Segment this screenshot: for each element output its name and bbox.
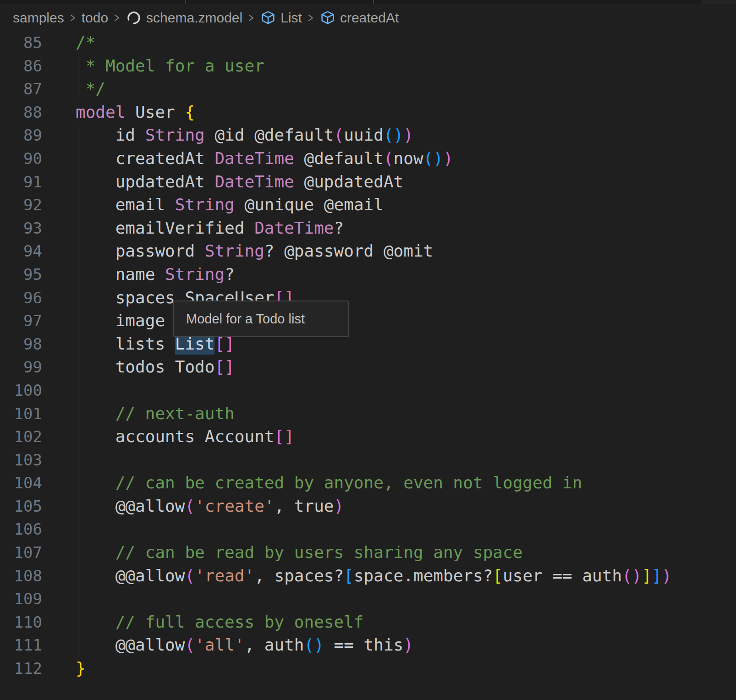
code-line[interactable]: 99 todos Todo[] — [0, 355, 736, 379]
line-number[interactable]: 89 — [0, 124, 42, 147]
tab-bar-strip — [0, 0, 736, 4]
breadcrumb-label: createdAt — [340, 10, 399, 26]
code-text: name String? — [42, 263, 235, 286]
breadcrumb-label: todo — [82, 10, 108, 26]
chevron-right-icon — [113, 11, 121, 25]
line-number[interactable]: 87 — [0, 77, 42, 101]
line-number[interactable]: 91 — [0, 170, 42, 194]
line-number[interactable]: 90 — [0, 147, 42, 170]
code-line[interactable]: 101 // next-auth — [0, 402, 736, 426]
hover-tooltip: Model for a Todo list — [173, 301, 349, 337]
line-number[interactable]: 96 — [0, 286, 42, 310]
breadcrumb-label: schema.zmodel — [146, 10, 242, 26]
code-line[interactable]: 92 email String @unique @email — [0, 193, 736, 217]
code-text: // full access by oneself — [42, 611, 364, 634]
code-line[interactable]: 103 — [0, 448, 736, 472]
symbol-cube-icon — [260, 10, 276, 26]
code-line[interactable]: 95 name String? — [0, 263, 736, 286]
line-number[interactable]: 107 — [0, 541, 42, 564]
line-number[interactable]: 105 — [0, 495, 42, 518]
code-text — [42, 518, 76, 541]
code-text: id String @id @default(uuid()) — [42, 124, 413, 147]
line-number[interactable]: 88 — [0, 101, 42, 124]
breadcrumb-label: samples — [13, 10, 64, 26]
code-line[interactable]: 112} — [0, 657, 736, 680]
breadcrumb-item-todo[interactable]: todo — [82, 10, 108, 26]
line-number[interactable]: 98 — [0, 333, 42, 356]
hover-tooltip-text: Model for a Todo list — [186, 312, 305, 327]
code-text — [42, 448, 76, 472]
tab-separator — [702, 0, 736, 4]
line-number[interactable]: 94 — [0, 240, 42, 263]
code-line[interactable]: 86 * Model for a user — [0, 55, 736, 78]
code-line[interactable]: 94 password String? @password @omit — [0, 240, 736, 263]
code-text: */ — [42, 77, 105, 101]
code-line[interactable]: 87 */ — [0, 77, 736, 101]
code-text — [42, 587, 76, 611]
code-text: updatedAt DateTime @updatedAt — [42, 170, 403, 194]
breadcrumb-item-symbol-createdat[interactable]: createdAt — [319, 10, 399, 26]
code-text: @@allow('read', spaces?[space.members?[u… — [42, 564, 672, 588]
line-number[interactable]: 99 — [0, 355, 42, 379]
code-text: // can be created by anyone, even not lo… — [42, 471, 582, 495]
line-number[interactable]: 104 — [0, 471, 42, 495]
breadcrumb: samples todo schema.zmodel List — [0, 4, 736, 31]
line-number[interactable]: 86 — [0, 55, 42, 78]
line-number[interactable]: 93 — [0, 217, 42, 240]
code-line[interactable]: 106 — [0, 518, 736, 541]
code-line[interactable]: 96 spaces SpaceUser[] — [0, 286, 736, 310]
code-line[interactable]: 108 @@allow('read', spaces?[space.member… — [0, 564, 736, 588]
code-text: // next-auth — [42, 402, 235, 426]
code-line[interactable]: 88model User { — [0, 101, 736, 124]
line-number[interactable]: 111 — [0, 634, 42, 657]
symbol-cube-icon — [319, 10, 336, 26]
code-text: todos Todo[] — [42, 355, 235, 379]
line-number[interactable]: 112 — [0, 657, 42, 680]
line-number[interactable]: 103 — [0, 448, 42, 472]
code-text: // can be read by users sharing any spac… — [42, 541, 522, 564]
line-number[interactable]: 110 — [0, 611, 42, 634]
line-number[interactable]: 101 — [0, 402, 42, 426]
line-number[interactable]: 92 — [0, 193, 42, 217]
code-line[interactable]: 100 — [0, 379, 736, 402]
line-number[interactable]: 108 — [0, 564, 42, 588]
line-number[interactable]: 95 — [0, 263, 42, 286]
tab-separator — [373, 0, 374, 4]
code-line[interactable]: 107 // can be read by users sharing any … — [0, 541, 736, 564]
chevron-right-icon — [247, 11, 255, 25]
line-number[interactable]: 97 — [0, 309, 42, 333]
code-text: emailVerified DateTime? — [42, 217, 344, 240]
code-text: image — [42, 309, 165, 333]
code-line[interactable]: 104 // can be created by anyone, even no… — [0, 471, 736, 495]
line-number[interactable]: 100 — [0, 379, 42, 402]
line-number[interactable]: 85 — [0, 31, 42, 55]
code-line[interactable]: 102 accounts Account[] — [0, 425, 736, 448]
chevron-right-icon — [307, 11, 314, 25]
code-line[interactable]: 111 @@allow('all', auth() == this) — [0, 634, 736, 657]
breadcrumb-item-samples[interactable]: samples — [13, 10, 64, 26]
code-line[interactable]: 110 // full access by oneself — [0, 611, 736, 634]
line-number[interactable]: 106 — [0, 518, 42, 541]
line-number[interactable]: 102 — [0, 425, 42, 448]
line-number[interactable]: 109 — [0, 587, 42, 611]
code-line[interactable]: 109 — [0, 587, 736, 611]
code-line[interactable]: 85/* — [0, 31, 736, 55]
code-text: model User { — [42, 101, 195, 124]
code-text: @@allow('create', true) — [42, 495, 344, 518]
code-text: } — [42, 657, 86, 680]
code-text: password String? @password @omit — [42, 240, 433, 263]
breadcrumb-label: List — [280, 10, 302, 26]
code-text: * Model for a user — [42, 55, 264, 78]
code-line[interactable]: 91 updatedAt DateTime @updatedAt — [0, 170, 736, 194]
code-line[interactable]: 98 lists List[] — [0, 333, 736, 356]
code-line[interactable]: 93 emailVerified DateTime? — [0, 217, 736, 240]
editor[interactable]: 85/*86 * Model for a user87 */88model Us… — [0, 31, 736, 680]
breadcrumb-item-symbol-list[interactable]: List — [260, 10, 302, 26]
code-line[interactable]: 105 @@allow('create', true) — [0, 495, 736, 518]
code-line[interactable]: 89 id String @id @default(uuid()) — [0, 124, 736, 147]
code-line[interactable]: 90 createdAt DateTime @default(now()) — [0, 147, 736, 170]
code-line[interactable]: 97 image — [0, 309, 736, 333]
tab-separator — [185, 0, 186, 4]
breadcrumb-item-file[interactable]: schema.zmodel — [126, 10, 242, 26]
code-text: /* — [42, 31, 95, 55]
